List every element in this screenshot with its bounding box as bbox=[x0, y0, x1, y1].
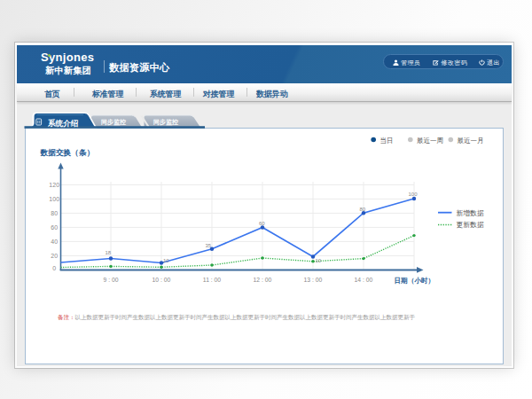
svg-text:20: 20 bbox=[51, 253, 58, 259]
svg-text:12 : 00: 12 : 00 bbox=[254, 277, 272, 283]
svg-text:40: 40 bbox=[51, 239, 58, 245]
svg-text:系统介绍: 系统介绍 bbox=[47, 119, 79, 128]
svg-text:60: 60 bbox=[51, 224, 58, 231]
svg-text:100: 100 bbox=[409, 192, 419, 197]
svg-text:80: 80 bbox=[360, 207, 366, 212]
svg-text:同步监控: 同步监控 bbox=[101, 119, 126, 126]
svg-text:13 : 00: 13 : 00 bbox=[304, 277, 323, 283]
svg-text:10: 10 bbox=[163, 258, 169, 263]
svg-text:14 : 00: 14 : 00 bbox=[355, 277, 373, 283]
svg-text:18: 18 bbox=[106, 250, 112, 255]
svg-text:更新数据: 更新数据 bbox=[457, 221, 484, 229]
svg-text:80: 80 bbox=[51, 210, 58, 216]
svg-text:10 : 00: 10 : 00 bbox=[153, 277, 171, 283]
svg-text:35: 35 bbox=[206, 243, 212, 248]
svg-text:日期（小时）: 日期（小时） bbox=[395, 277, 435, 285]
svg-text:最近一周: 最近一周 bbox=[417, 137, 443, 145]
svg-text:0: 0 bbox=[52, 265, 56, 271]
svg-text:10: 10 bbox=[316, 258, 322, 263]
svg-text:60: 60 bbox=[259, 221, 265, 226]
svg-text:数据交换（条）: 数据交换（条） bbox=[40, 148, 95, 157]
svg-text:最近一月: 最近一月 bbox=[458, 137, 484, 145]
svg-text:120: 120 bbox=[49, 182, 59, 188]
svg-text:11 : 00: 11 : 00 bbox=[203, 277, 222, 283]
svg-text:100: 100 bbox=[49, 196, 59, 202]
svg-text:新增数据: 新增数据 bbox=[457, 209, 484, 217]
svg-text:同步监控: 同步监控 bbox=[153, 119, 178, 126]
svg-text:9 : 00: 9 : 00 bbox=[103, 277, 118, 283]
svg-text:当日: 当日 bbox=[380, 137, 394, 145]
